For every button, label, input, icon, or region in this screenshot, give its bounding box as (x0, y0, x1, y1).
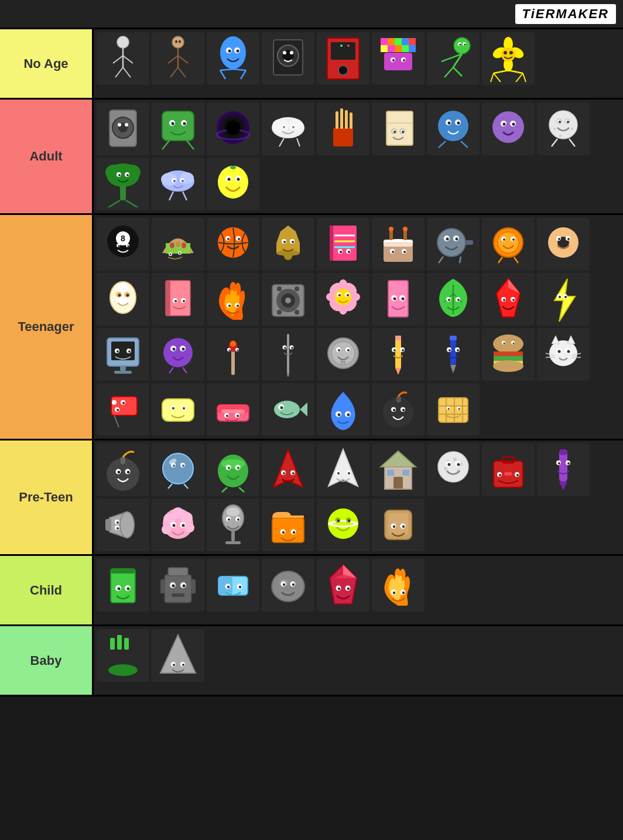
svg-point-278 (559, 296, 561, 298)
svg-point-507 (183, 585, 186, 588)
list-item[interactable] (427, 443, 480, 496)
list-item[interactable] (207, 103, 259, 155)
list-item[interactable] (207, 328, 259, 381)
svg-rect-331 (494, 356, 523, 361)
list-item[interactable] (207, 443, 259, 496)
list-item[interactable] (262, 498, 314, 551)
svg-point-498 (118, 588, 121, 590)
svg-rect-330 (494, 351, 523, 356)
header-row: TiERMAKER (0, 0, 623, 29)
svg-rect-494 (111, 569, 135, 603)
list-item[interactable] (537, 328, 590, 381)
list-item[interactable] (317, 443, 369, 496)
list-item[interactable] (482, 328, 535, 381)
list-item[interactable] (97, 443, 149, 496)
list-item[interactable] (482, 103, 535, 155)
list-item[interactable] (317, 559, 369, 612)
list-item[interactable] (152, 629, 204, 682)
list-item[interactable] (372, 32, 425, 85)
list-item[interactable] (97, 383, 149, 436)
list-item[interactable] (207, 158, 259, 210)
svg-point-31 (340, 45, 343, 47)
list-item[interactable] (427, 32, 480, 85)
list-item[interactable] (207, 32, 259, 85)
list-item[interactable] (537, 443, 590, 496)
svg-point-61 (501, 47, 515, 62)
list-item[interactable] (262, 218, 314, 271)
list-item[interactable] (262, 103, 314, 155)
list-item[interactable] (317, 383, 369, 436)
list-item[interactable] (537, 103, 590, 155)
list-item[interactable] (97, 559, 149, 612)
list-item[interactable] (482, 32, 535, 85)
list-item[interactable] (482, 273, 535, 326)
svg-point-274 (512, 299, 515, 301)
list-item[interactable] (427, 383, 480, 436)
svg-point-192 (403, 227, 408, 231)
list-item[interactable] (372, 559, 425, 612)
list-item[interactable] (97, 32, 149, 85)
list-item[interactable] (207, 273, 259, 326)
list-item[interactable] (482, 218, 535, 271)
list-item[interactable] (152, 103, 204, 155)
list-item[interactable] (152, 443, 204, 496)
svg-point-109 (457, 122, 460, 125)
list-item[interactable] (427, 103, 480, 155)
list-item[interactable] (97, 273, 149, 326)
list-item[interactable] (97, 328, 149, 381)
svg-point-368 (274, 401, 300, 418)
list-item[interactable] (152, 158, 204, 210)
list-item[interactable] (537, 218, 590, 271)
list-item[interactable] (262, 273, 314, 326)
list-item[interactable] (97, 158, 149, 210)
svg-rect-179 (330, 226, 333, 261)
list-item[interactable] (152, 218, 204, 271)
list-item[interactable] (427, 218, 480, 271)
list-item[interactable] (152, 328, 204, 381)
list-item[interactable] (207, 383, 259, 436)
list-item[interactable] (152, 273, 204, 326)
list-item[interactable]: 8 (97, 218, 149, 271)
list-item[interactable] (262, 328, 314, 381)
list-item[interactable] (372, 218, 425, 271)
list-item[interactable] (372, 103, 425, 155)
list-item[interactable] (207, 218, 259, 271)
svg-line-212 (514, 257, 518, 263)
list-item[interactable] (427, 328, 480, 381)
list-item[interactable] (317, 32, 369, 85)
list-item[interactable] (97, 103, 149, 155)
svg-point-468 (173, 524, 176, 527)
list-item[interactable] (317, 103, 369, 155)
list-item[interactable] (97, 629, 149, 682)
list-item[interactable] (152, 32, 204, 85)
svg-point-74 (125, 123, 128, 127)
svg-point-209 (503, 238, 505, 241)
list-item[interactable] (97, 498, 149, 551)
svg-line-5 (123, 67, 131, 77)
list-item[interactable] (262, 32, 314, 85)
list-item[interactable] (317, 273, 369, 326)
list-item[interactable] (207, 559, 259, 612)
list-item[interactable] (372, 383, 425, 436)
list-item[interactable] (372, 328, 425, 381)
svg-point-422 (337, 472, 340, 474)
list-item[interactable]: 5¢ (317, 328, 369, 381)
list-item[interactable] (372, 498, 425, 551)
list-item[interactable] (427, 273, 480, 326)
svg-rect-508 (172, 593, 184, 597)
list-item[interactable] (317, 498, 369, 551)
svg-point-231 (183, 300, 185, 302)
list-item[interactable] (372, 443, 425, 496)
list-item[interactable] (537, 273, 590, 326)
list-item[interactable] (152, 383, 204, 436)
list-item[interactable] (482, 443, 535, 496)
list-item[interactable] (207, 498, 259, 551)
list-item[interactable] (152, 498, 204, 551)
list-item[interactable] (372, 273, 425, 326)
list-item[interactable] (262, 383, 314, 436)
list-item[interactable] (317, 218, 369, 271)
list-item[interactable] (262, 559, 314, 612)
list-item[interactable] (262, 443, 314, 496)
svg-point-30 (338, 66, 348, 75)
list-item[interactable] (152, 559, 204, 612)
